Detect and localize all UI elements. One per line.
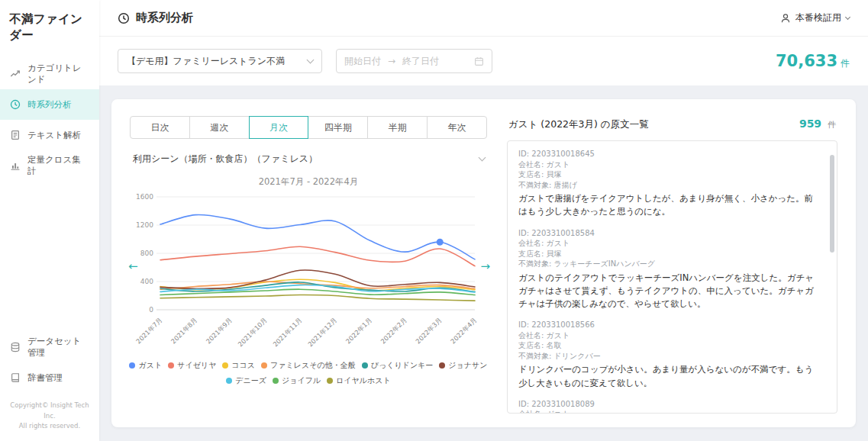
sidebar-item-cross-tab[interactable]: 定量クロス集計 [0, 150, 99, 181]
x-tick-label: 2021年12月 [306, 316, 338, 348]
record-branch: 支店名: 名取 [518, 340, 820, 351]
legend-item-famires-other[interactable]: ファミレスその他・全般 [261, 360, 356, 371]
bar-chart-icon [10, 160, 21, 171]
legend-label: ジョナサン [448, 360, 487, 371]
x-tick-label: 2021年8月 [169, 316, 198, 345]
series-line-gusto[interactable] [160, 214, 475, 259]
sidebar-item-dictionary-management[interactable]: 辞書管理 [0, 362, 99, 393]
tab-weekly[interactable]: 週次 [189, 116, 250, 139]
detail-count-unit: 件 [828, 120, 836, 130]
legend-label: ファミレスその他・全般 [270, 360, 356, 371]
date-range-arrow: → [388, 56, 395, 66]
sidebar-item-label: 時系列分析 [27, 99, 72, 111]
detail-title: ガスト (2022年3月) の原文一覧 [508, 118, 649, 131]
detail-header: ガスト (2022年3月) の原文一覧 959 件 [507, 116, 837, 131]
total-count-unit: 件 [841, 57, 850, 70]
sidebar-item-text-analysis[interactable]: テキスト解析 [0, 120, 99, 150]
detail-panel: ガスト (2022年3月) の原文一覧 959 件 ID: 2203310018… [507, 116, 837, 414]
filter-bar: 【デモ用】ファミリーレストラン不満 開始日付 → 終了日付 70,633 件 [99, 37, 868, 85]
chart-prev-arrow[interactable]: ← [128, 259, 138, 273]
detail-count-value: 959 [799, 117, 821, 130]
record-body: ガストで唐揚げをテイクアウトしたが、あまり身が無く、小さかった。前はもう少し大き… [518, 192, 820, 219]
tab-half-year[interactable]: 半期 [367, 116, 428, 139]
date-range-input[interactable]: 開始日付 → 終了日付 [336, 49, 492, 73]
database-icon [10, 342, 21, 352]
chart-title: 2021年7月 - 2022年4月 [130, 176, 487, 188]
legend-row: デニーズジョイフルロイヤルホスト [130, 375, 487, 386]
category-select-value: 利用シーン（場所・飲食店）（ファミレス） [133, 153, 318, 166]
analysis-card: 日次週次月次四半期半期年次 利用シーン（場所・飲食店）（ファミレス） 2021年… [111, 99, 856, 427]
chevron-down-icon [479, 154, 486, 162]
x-tick-label: 2022年1月 [344, 316, 373, 345]
legend-label: ジョイフル [282, 375, 321, 386]
record-branch: 支店名: 貝塚 [518, 169, 820, 180]
user-menu[interactable]: 本番検証用 [780, 11, 850, 24]
highlighted-point[interactable] [437, 239, 444, 246]
legend-dot [226, 378, 232, 384]
x-tick-label: 2021年11月 [271, 316, 303, 348]
record-item: ID: 2203310018566会社名: ガスト支店名: 名取不満対象: ドリ… [518, 320, 820, 390]
x-tick-label: 2022年2月 [379, 316, 408, 345]
record-body: ドリンクバーのコップが小さい。あまり量が入らないのが不満です。もう少し大きいもの… [518, 363, 820, 390]
dataset-select[interactable]: 【デモ用】ファミリーレストラン不満 [118, 49, 322, 73]
content: 日次週次月次四半期半期年次 利用シーン（場所・飲食店）（ファミレス） 2021年… [99, 85, 868, 441]
legend-dot [261, 362, 267, 369]
legend-dot [362, 362, 368, 369]
tab-daily[interactable]: 日次 [130, 116, 190, 139]
tab-monthly[interactable]: 月次 [249, 116, 309, 139]
y-tick-label: 1200 [136, 221, 153, 229]
trend-icon [10, 69, 21, 79]
sidebar-bottom: データセット管理 辞書管理 Copyright© Insight Tech In… [0, 332, 99, 441]
legend-item-jonathan[interactable]: ジョナサン [439, 360, 487, 371]
legend-label: ココス [231, 360, 255, 371]
sidebar-item-label: 定量クロス集計 [27, 154, 89, 177]
record-item: ID: 2203310018645会社名: ガスト支店名: 貝塚不満対象: 唐揚… [518, 149, 820, 219]
sidebar-item-time-series[interactable]: 時系列分析 [0, 89, 99, 120]
records-list[interactable]: ID: 2203310018645会社名: ガスト支店名: 貝塚不満対象: 唐揚… [507, 140, 837, 414]
series-line-saizeriya[interactable] [160, 246, 475, 266]
legend-item-gusto[interactable]: ガスト [129, 360, 162, 371]
x-tick-label: 2022年3月 [414, 316, 443, 345]
scrollbar-thumb[interactable] [830, 155, 834, 253]
legend-item-saizeriya[interactable]: サイゼリヤ [168, 360, 216, 371]
record-branch: 支店名: 貝塚 [518, 249, 820, 259]
user-icon [780, 13, 791, 24]
x-tick-label: 2021年7月 [134, 316, 163, 345]
start-date-placeholder: 開始日付 [344, 55, 381, 68]
clock-icon [10, 99, 21, 110]
legend-dot [327, 378, 333, 384]
record-company: 会社名: ガスト [518, 238, 820, 249]
legend-dot [129, 362, 135, 369]
legend-label: サイゼリヤ [177, 360, 216, 371]
record-id: ID: 2203310018584 [518, 228, 820, 239]
record-item: ID: 2203310018584会社名: ガスト支店名: 貝塚不満対象: ラッ… [518, 228, 820, 311]
category-select[interactable]: 利用シーン（場所・飲食店）（ファミレス） [130, 151, 487, 167]
chart-next-arrow[interactable]: → [480, 259, 490, 273]
record-company: 会社名: ガスト [518, 330, 820, 341]
user-name: 本番検証用 [795, 11, 841, 24]
legend-dot [168, 362, 174, 369]
legend-dot [273, 378, 279, 384]
chevron-down-icon [845, 14, 850, 20]
y-tick-label: 400 [140, 278, 153, 285]
legend-item-bikkuri-donkey[interactable]: びっくりドンキー [362, 360, 434, 371]
sidebar-item-label: 辞書管理 [27, 372, 63, 384]
tab-quarterly[interactable]: 四半期 [308, 116, 368, 139]
chart-legend: ガストサイゼリヤココスファミレスその他・全般びっくりドンキージョナサンデニーズジ… [130, 356, 487, 386]
legend-item-dennys[interactable]: デニーズ [226, 375, 266, 386]
main-area: 時系列分析 本番検証用 【デモ用】ファミリーレストラン不満 開始日付 → 終了日… [99, 0, 868, 441]
legend-dot [222, 362, 228, 369]
legend-item-cocos[interactable]: ココス [222, 360, 255, 371]
legend-item-royal-host[interactable]: ロイヤルホスト [327, 375, 391, 386]
chart-area: 0400800120016002021年7月2021年8月2021年9月2021… [130, 189, 487, 354]
series-line-royal-host[interactable] [160, 295, 475, 301]
legend-label: ロイヤルホスト [336, 375, 391, 386]
tab-yearly[interactable]: 年次 [427, 116, 487, 139]
sidebar-item-category-trend[interactable]: カテゴリトレンド [0, 59, 99, 89]
timeseries-chart[interactable]: 0400800120016002021年7月2021年8月2021年9月2021… [130, 189, 482, 354]
y-tick-label: 0 [149, 306, 153, 314]
chart-panel: 日次週次月次四半期半期年次 利用シーン（場所・飲食店）（ファミレス） 2021年… [130, 116, 487, 414]
record-id: ID: 2203310018645 [518, 149, 820, 159]
sidebar-item-dataset-management[interactable]: データセット管理 [0, 332, 99, 362]
legend-item-joyfull[interactable]: ジョイフル [273, 375, 321, 386]
